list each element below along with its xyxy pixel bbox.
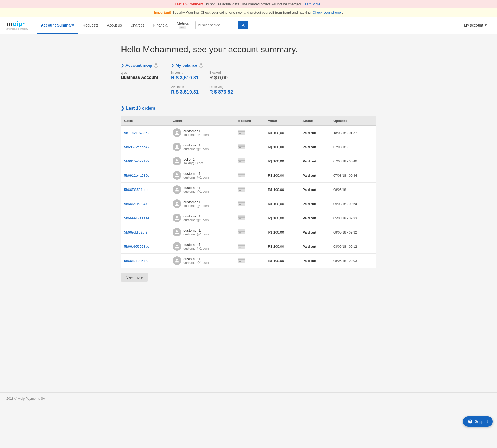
- help-icon[interactable]: ?: [154, 63, 158, 68]
- search-button[interactable]: [238, 21, 248, 29]
- view-more-button[interactable]: View more: [121, 273, 148, 282]
- card-icon: [238, 215, 245, 220]
- client-email: seller@1.com: [183, 161, 203, 165]
- order-code-cell: 5b6912e4a680d: [121, 168, 169, 183]
- order-code-link[interactable]: 5b66f2fd6ea47: [124, 202, 147, 206]
- value-cell: R$ 100,00: [265, 197, 299, 211]
- medium-cell: [235, 211, 265, 225]
- test-environment-banner: Test environment Do not use actual data.…: [0, 0, 497, 8]
- svg-rect-14: [239, 190, 241, 191]
- nav-item-charges[interactable]: Charges: [126, 17, 149, 34]
- updated-cell: 07/08/18 - 00:46: [330, 154, 376, 168]
- account-moip-title[interactable]: ❯ Account moip ?: [121, 63, 158, 68]
- svg-rect-7: [238, 160, 245, 161]
- check-phone-link[interactable]: Check your phone: [313, 10, 341, 14]
- medium-cell: [235, 225, 265, 239]
- balance-grid: In count R $ 3,610.31 Blocked R $ 0,00 A…: [171, 71, 237, 95]
- value-cell: R$ 100,00: [265, 239, 299, 254]
- order-code-cell: 5b66e719d54f0: [121, 254, 169, 268]
- client-cell: customer 1 customer@1.com: [169, 197, 235, 211]
- order-code-link[interactable]: 5b66ee17aeaae: [124, 216, 149, 220]
- svg-rect-25: [238, 245, 245, 246]
- avatar: [173, 157, 181, 165]
- medium-cell: [235, 183, 265, 197]
- medium-cell: [235, 126, 265, 140]
- header-right: My account ▼: [461, 21, 491, 29]
- footer-text: 2018 © Moip Payments SA: [6, 397, 45, 401]
- client-email: customer@1.com: [183, 147, 209, 151]
- medium-cell: [235, 168, 265, 183]
- main-nav: Account Summary Requests About us Charge…: [37, 17, 461, 34]
- order-code-link[interactable]: 5b6915a67e172: [124, 159, 149, 163]
- header: moip• a wirecard company Account Summary…: [0, 17, 497, 34]
- table-row: 5b66f2fd6ea47 customer 1 customer@1.com: [121, 197, 376, 211]
- order-code-link[interactable]: 5b66e719d54f0: [124, 259, 148, 263]
- nav-item-about-us[interactable]: About us: [103, 17, 126, 34]
- svg-rect-16: [238, 202, 245, 203]
- search-icon: [241, 23, 245, 27]
- blocked-value: R $ 0,00: [209, 75, 237, 81]
- order-code-link[interactable]: 5b6912e4a680d: [124, 173, 149, 177]
- order-code-link[interactable]: 5b66e956528ad: [124, 245, 149, 249]
- my-account-button[interactable]: My account ▼: [461, 21, 491, 29]
- nav-item-financial[interactable]: Financial: [149, 17, 173, 34]
- card-icon: [238, 244, 245, 249]
- order-code-cell: 5b66e956528ad: [121, 239, 169, 254]
- order-code-link[interactable]: 5b77a2104be62: [124, 131, 149, 135]
- orders-title[interactable]: ❯ Last 10 orders: [121, 106, 376, 111]
- medium-cell: [235, 239, 265, 254]
- balance-help-icon[interactable]: ?: [199, 63, 203, 68]
- avatar: [173, 185, 181, 194]
- account-type-value: Business Account: [121, 75, 158, 80]
- client-name: customer 1: [183, 243, 209, 247]
- table-row: 5b69572deea47 customer 1 customer@1.com: [121, 140, 376, 154]
- client-cell: customer 1 customer@1.com: [169, 140, 235, 154]
- client-name: customer 1: [183, 129, 209, 133]
- order-code-cell: 5b66ee17aeaae: [121, 211, 169, 225]
- value-cell: R$ 100,00: [265, 126, 299, 140]
- learn-more-link[interactable]: Learn More: [303, 2, 320, 6]
- medium-cell: [235, 154, 265, 168]
- svg-rect-1: [238, 131, 245, 132]
- nav-item-requests[interactable]: Requests: [78, 17, 103, 34]
- svg-rect-2: [239, 133, 241, 134]
- svg-rect-8: [239, 161, 241, 162]
- svg-rect-28: [238, 259, 245, 260]
- client-info: customer 1 customer@1.com: [183, 214, 209, 222]
- client-name: customer 1: [183, 214, 209, 218]
- status-cell: Paid out: [299, 239, 330, 254]
- client-email: customer@1.com: [183, 133, 209, 137]
- svg-rect-11: [239, 176, 241, 176]
- avatar: [173, 128, 181, 137]
- svg-rect-26: [239, 247, 241, 247]
- card-icon: [238, 229, 245, 234]
- logo: moip•: [6, 20, 25, 28]
- balance-title[interactable]: ❯ My balance ?: [171, 63, 237, 68]
- order-code-cell: 5b66f2fd6ea47: [121, 197, 169, 211]
- updated-cell: 07/08/18 -: [330, 140, 376, 154]
- table-row: 5b77a2104be62 customer 1 customer@1.com: [121, 126, 376, 140]
- table-header-row: Code Client Medium Value Status Updated: [121, 116, 376, 126]
- order-code-link[interactable]: 5b69572deea47: [124, 145, 149, 149]
- chevron-right-icon: ❯: [121, 63, 124, 67]
- card-icon: [238, 173, 245, 177]
- nav-item-account-summary[interactable]: Account Summary: [37, 17, 79, 34]
- search-input[interactable]: [195, 21, 238, 29]
- in-count-item: In count R $ 3,610.31: [171, 71, 199, 81]
- account-type-label: type: [121, 71, 158, 75]
- chevron-right-icon-2: ❯: [171, 63, 174, 67]
- status-cell: Paid out: [299, 254, 330, 268]
- available-value: R $ 3,610.31: [171, 89, 199, 95]
- value-cell: R$ 100,00: [265, 140, 299, 154]
- security-banner: Important! Security Warning: Check your …: [0, 8, 497, 17]
- in-count-value: R $ 3,610.31: [171, 75, 199, 81]
- table-row: 5b6915a67e172 seller 1 seller@1.com: [121, 154, 376, 168]
- client-info: customer 1 customer@1.com: [183, 186, 209, 194]
- client-name: seller 1: [183, 157, 203, 161]
- nav-item-metrics[interactable]: Metrics Beta: [173, 17, 193, 34]
- client-cell: customer 1 customer@1.com: [169, 126, 235, 140]
- client-email: customer@1.com: [183, 218, 209, 222]
- order-code-link[interactable]: 5b66eddf828f9: [124, 230, 147, 234]
- order-code-link[interactable]: 5b66f38521deb: [124, 188, 148, 192]
- client-name: customer 1: [183, 143, 209, 147]
